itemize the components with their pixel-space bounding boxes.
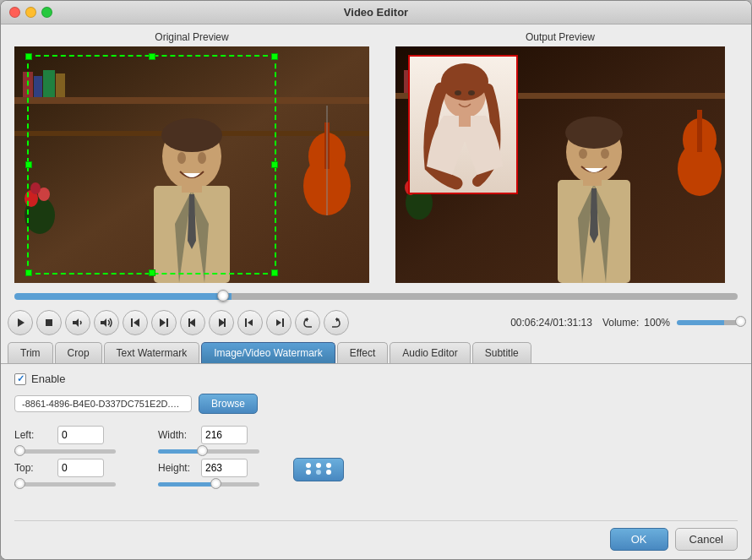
trim-end-button[interactable] [266, 310, 292, 335]
svg-point-71 [326, 463, 331, 468]
minimize-button[interactable] [25, 7, 36, 18]
skip-forward-button[interactable] [151, 310, 177, 335]
height-field-label: Height: [158, 462, 196, 474]
tab-audio-editor[interactable]: Audio Editor [390, 342, 470, 363]
close-button[interactable] [9, 7, 20, 18]
svg-marker-64 [248, 319, 253, 326]
svg-rect-28 [697, 110, 702, 152]
crop-handle-tr[interactable] [271, 53, 278, 60]
svg-point-47 [441, 63, 488, 101]
maximize-button[interactable] [41, 7, 52, 18]
file-name-display: -8861-4896-B4E0-D337DC751E2D.png [14, 395, 192, 412]
position-controls: Left: Top: [14, 426, 738, 514]
volume-thumb[interactable] [735, 316, 746, 327]
svg-marker-56 [134, 318, 139, 327]
next-frame-button[interactable] [209, 310, 234, 335]
original-preview-label: Original Preview [155, 31, 228, 43]
undo-button[interactable] [295, 310, 320, 335]
timeline-thumb[interactable] [217, 290, 229, 302]
volume-slider[interactable] [677, 320, 744, 325]
crop-handle-br[interactable] [271, 269, 278, 276]
position-grid-area [293, 426, 344, 514]
ok-button[interactable]: OK [610, 528, 668, 551]
crop-handle-tl[interactable] [25, 53, 32, 60]
crop-handle-bl[interactable] [25, 269, 32, 276]
height-row: Height: [158, 459, 259, 477]
prev-frame-button[interactable] [180, 310, 205, 335]
svg-point-70 [316, 463, 321, 468]
left-slider[interactable] [14, 449, 116, 454]
svg-point-74 [326, 470, 331, 475]
height-slider-container [158, 482, 259, 487]
svg-rect-44 [583, 178, 602, 186]
width-input[interactable] [201, 426, 248, 444]
original-preview-panel: Original Preview [8, 31, 376, 283]
left-column: Left: Top: [14, 426, 116, 514]
tab-trim[interactable]: Trim [8, 342, 53, 363]
width-field-label: Width: [158, 429, 196, 441]
svg-marker-54 [101, 318, 106, 327]
crop-handle-mr[interactable] [271, 161, 278, 168]
left-slider-thumb[interactable] [14, 445, 25, 456]
redo-button[interactable] [324, 310, 349, 335]
title-bar: Video Editor [1, 1, 751, 24]
volume-up-button[interactable] [94, 310, 119, 335]
top-field-label: Top: [14, 462, 52, 474]
top-slider[interactable] [14, 482, 116, 487]
crop-handle-bm[interactable] [149, 269, 155, 276]
svg-point-69 [306, 463, 311, 468]
enable-checkbox[interactable]: ✓ [14, 373, 26, 385]
left-input[interactable] [57, 426, 104, 444]
svg-marker-61 [219, 318, 225, 327]
tab-effect[interactable]: Effect [337, 342, 388, 363]
svg-point-50 [468, 90, 475, 95]
tab-crop[interactable]: Crop [55, 342, 102, 363]
stop-button[interactable] [36, 310, 62, 335]
bottom-panel: ✓ Enable -8861-4896-B4E0-D337DC751E2D.pn… [1, 363, 751, 559]
crop-handle-tm[interactable] [149, 53, 155, 60]
watermark-image-overlay [408, 55, 518, 194]
svg-rect-62 [224, 318, 226, 327]
tabs-row: Trim Crop Text Watermark Image/Video Wat… [1, 339, 751, 363]
preview-area: Original Preview [1, 24, 751, 286]
height-slider[interactable] [158, 482, 259, 487]
svg-marker-53 [73, 318, 79, 327]
left-slider-container [14, 449, 116, 454]
trim-start-button[interactable] [237, 310, 263, 335]
left-row: Left: [14, 426, 116, 444]
top-slider-thumb[interactable] [14, 478, 25, 489]
output-preview-label: Output Preview [526, 31, 595, 43]
svg-point-72 [306, 470, 311, 475]
tab-subtitle[interactable]: Subtitle [472, 342, 531, 363]
crop-rectangle [27, 55, 276, 275]
svg-rect-60 [188, 318, 190, 327]
cancel-button[interactable]: Cancel [675, 528, 738, 551]
file-row: -8861-4896-B4E0-D337DC751E2D.png Browse [14, 394, 738, 414]
width-row: Width: [158, 426, 259, 444]
time-display: 00:06:24/01:31:13 [510, 317, 592, 329]
svg-point-42 [579, 149, 587, 159]
width-slider-thumb[interactable] [197, 445, 208, 456]
skip-back-button[interactable] [123, 310, 148, 335]
top-input[interactable] [57, 459, 104, 477]
timeline-track[interactable] [14, 293, 738, 300]
tab-text-watermark[interactable]: Text Watermark [104, 342, 200, 363]
svg-point-43 [601, 149, 609, 159]
play-button[interactable] [8, 310, 33, 335]
svg-rect-55 [131, 318, 133, 327]
output-preview-panel: Output Preview [376, 31, 744, 283]
browse-button[interactable]: Browse [199, 394, 258, 414]
window-controls [9, 7, 52, 18]
svg-marker-58 [160, 318, 166, 327]
width-slider-container [158, 449, 259, 454]
height-input[interactable] [201, 459, 248, 477]
size-column: Width: Height: [158, 426, 259, 514]
volume-label: Volume: [602, 317, 639, 329]
position-grid-button[interactable] [293, 458, 344, 481]
crop-handle-ml[interactable] [25, 161, 32, 168]
height-slider-thumb[interactable] [210, 478, 221, 489]
tab-image-watermark[interactable]: Image/Video Watermark [201, 342, 335, 363]
width-slider[interactable] [158, 449, 259, 454]
original-preview-video [14, 46, 369, 283]
volume-down-button[interactable] [65, 310, 90, 335]
